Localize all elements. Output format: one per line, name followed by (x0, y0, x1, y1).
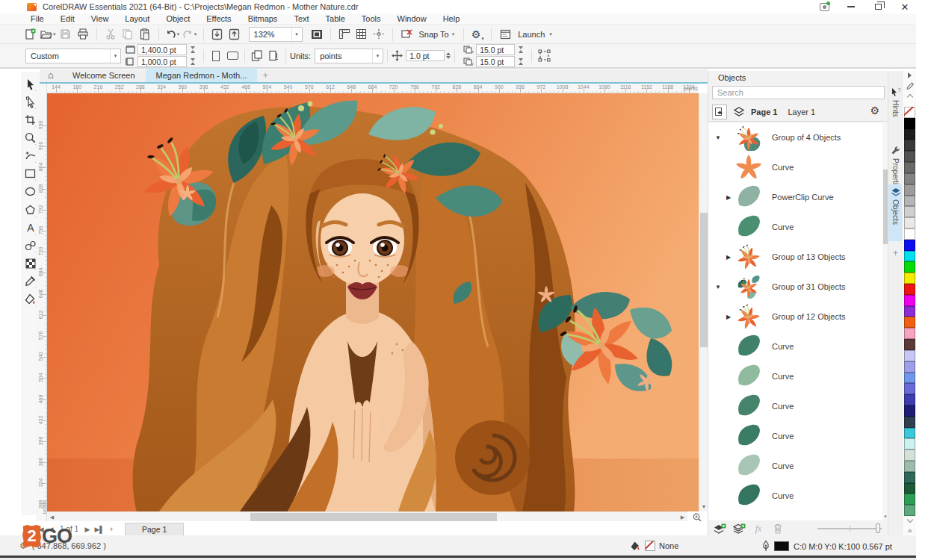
new-layer-icon[interactable] (713, 523, 726, 535)
object-thumbnail[interactable] (735, 124, 762, 151)
object-thumbnail[interactable] (735, 154, 762, 181)
page-1-tab[interactable]: Page 1 (125, 523, 184, 535)
new-master-layer-icon[interactable] (732, 523, 746, 535)
sign-in-icon[interactable] (816, 1, 832, 12)
object-row[interactable]: Curve (708, 391, 882, 421)
object-thumbnail[interactable] (735, 452, 762, 479)
zoom-level-combo[interactable]: 132% ▾ (249, 27, 303, 42)
launch-icon[interactable] (498, 27, 513, 42)
object-label[interactable]: PowerClip Curve (772, 193, 834, 202)
print-button[interactable] (75, 27, 90, 42)
object-label[interactable]: Group of 31 Objects (772, 282, 845, 291)
object-row[interactable]: Curve (708, 212, 882, 242)
page-width-spinner[interactable] (191, 46, 195, 53)
swatch-pale-lavender[interactable] (904, 350, 915, 361)
last-page-icon[interactable]: ▶▌ (93, 523, 105, 535)
duplicate-y-spinner[interactable] (519, 58, 523, 65)
object-label[interactable]: Group of 13 Objects (772, 252, 845, 261)
home-icon[interactable]: ⌂ (40, 68, 62, 82)
swatch-pale-sage[interactable] (904, 449, 915, 461)
landscape-button[interactable] (225, 48, 240, 64)
swatch-black[interactable] (904, 118, 915, 129)
swatch-magenta[interactable] (904, 295, 915, 306)
page-height-spinner[interactable] (191, 58, 195, 65)
swatch-purple[interactable] (904, 306, 915, 317)
swatch-black-70[interactable] (904, 151, 915, 162)
menu-table[interactable]: Table (318, 14, 353, 23)
current-page-button[interactable] (266, 48, 281, 64)
object-label[interactable]: Curve (772, 461, 794, 470)
object-row[interactable]: Curve (708, 481, 882, 511)
tab-welcome-screen[interactable]: Welcome Screen (62, 68, 146, 82)
undo-button[interactable]: ▾ (165, 27, 180, 42)
swatch-pink[interactable] (904, 328, 915, 339)
nudge-spinner[interactable] (446, 52, 451, 59)
object-thumbnail[interactable] (735, 243, 762, 270)
swatch-black-30[interactable] (904, 196, 915, 207)
object-row[interactable]: ▼Group of 31 Objects (708, 272, 882, 302)
options-gear-icon[interactable]: ⚙▾ (470, 27, 485, 42)
duplicate-x-field[interactable]: 15.0 pt (476, 44, 515, 55)
swatch-turquoise[interactable] (904, 428, 915, 439)
palette-scroll-up-icon[interactable] (906, 94, 912, 100)
swatch-brown[interactable] (904, 339, 915, 350)
object-thumbnail[interactable] (735, 273, 762, 300)
object-row[interactable]: ▼Group of 4 Objects (708, 122, 882, 152)
zoom-to-fit-icon[interactable] (690, 512, 704, 522)
show-rulers-button[interactable] (337, 27, 352, 42)
menu-layout[interactable]: Layout (117, 14, 158, 23)
swatch-kelly-green[interactable] (904, 494, 915, 505)
collapse-arrow-icon[interactable]: ▼ (714, 134, 722, 141)
swatch-yellow[interactable] (904, 273, 915, 284)
minimize-button[interactable] (843, 1, 859, 12)
menu-bitmaps[interactable]: Bitmaps (240, 14, 286, 23)
palette-flyout-icon[interactable] (908, 72, 912, 78)
menu-help[interactable]: Help (435, 14, 468, 23)
swatch-indigo[interactable] (904, 394, 915, 405)
units-combo[interactable]: points ▾ (315, 49, 383, 63)
object-label[interactable]: Curve (772, 223, 794, 231)
object-label[interactable]: Curve (772, 163, 794, 172)
swatch-white[interactable] (904, 228, 915, 240)
palette-scroll-down-icon[interactable] (906, 517, 912, 523)
vertical-scrollbar[interactable]: ▼ (699, 93, 708, 511)
object-thumbnail[interactable] (735, 423, 762, 449)
swatch-black-20[interactable] (904, 206, 915, 217)
object-label[interactable]: Curve (772, 432, 794, 441)
show-grid-button[interactable] (354, 27, 369, 42)
collapse-arrow-icon[interactable]: ▼ (714, 284, 722, 290)
snap-disabled-icon[interactable] (399, 27, 414, 42)
object-thumbnail[interactable] (735, 512, 762, 520)
docker-tab-objects[interactable]: Objects (888, 184, 903, 241)
restore-button[interactable] (870, 1, 886, 12)
object-label[interactable]: Curve (772, 372, 794, 381)
swatch-navy[interactable] (904, 405, 915, 417)
swatch-sea-green[interactable] (904, 505, 915, 516)
new-tab-button[interactable]: + (257, 68, 273, 82)
object-tree[interactable]: ▼Group of 4 ObjectsCurve▶PowerClip Curve… (708, 122, 882, 520)
swatch-green[interactable] (904, 261, 915, 273)
object-row[interactable]: Curve (708, 152, 882, 182)
export-button[interactable] (227, 27, 242, 42)
next-page-icon[interactable]: ▶ (81, 523, 93, 535)
object-row[interactable]: ▶Group of 12 Objects (708, 302, 882, 332)
object-thumbnail[interactable] (735, 363, 762, 390)
duplicate-x-spinner[interactable] (519, 46, 523, 53)
menu-object[interactable]: Object (158, 14, 198, 23)
docker-layer-label[interactable]: Layer 1 (788, 108, 815, 116)
swatch-red[interactable] (904, 284, 915, 295)
palette-expand-icon[interactable]: » (908, 526, 912, 535)
object-thumbnail[interactable] (735, 303, 762, 330)
layer-stack-icon[interactable] (732, 105, 746, 119)
menu-tools[interactable]: Tools (353, 14, 389, 23)
menu-edit[interactable]: Edit (52, 14, 83, 23)
swatch-orange[interactable] (904, 317, 915, 328)
girl-illustration[interactable] (133, 101, 575, 511)
menu-file[interactable]: File (22, 14, 52, 23)
object-label[interactable]: Curve (772, 402, 794, 411)
swatch-black-50[interactable] (904, 173, 915, 184)
page-height-field[interactable]: 1,000.0 pt (137, 56, 187, 67)
object-label[interactable]: Group of 4 Objects (772, 133, 841, 142)
scroll-left-icon[interactable]: ◀ (47, 512, 57, 522)
paste-button[interactable] (137, 27, 152, 42)
